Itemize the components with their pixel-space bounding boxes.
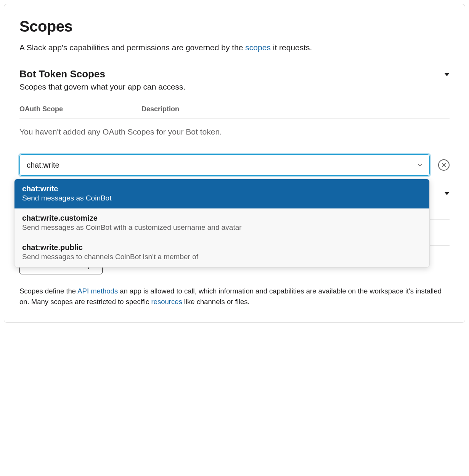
scope-option[interactable]: chat:writeSend messages as CoinBot xyxy=(14,179,429,208)
intro-prefix: A Slack app's capabilities and permissio… xyxy=(19,43,245,52)
scope-option-name: chat:write xyxy=(22,184,422,193)
footer-suffix: like channels or files. xyxy=(182,298,250,306)
resources-link[interactable]: resources xyxy=(151,298,182,306)
intro-suffix: it requests. xyxy=(271,43,312,52)
bot-empty-message: You haven't added any OAuth Scopes for y… xyxy=(19,127,450,145)
api-methods-link[interactable]: API methods xyxy=(77,287,118,295)
scope-option-name: chat:write.public xyxy=(22,243,422,252)
scope-combobox[interactable] xyxy=(19,154,430,176)
scope-option[interactable]: chat:write.customizeSend messages as Coi… xyxy=(14,208,429,238)
caret-down-icon[interactable] xyxy=(444,192,450,195)
bot-table-header: OAuth Scope Description xyxy=(19,105,450,119)
page-title: Scopes xyxy=(19,18,450,35)
scopes-panel: Scopes A Slack app's capabilities and pe… xyxy=(4,4,465,323)
scope-option-description: Send messages as CoinBot with a customiz… xyxy=(22,223,422,232)
footer-text: Scopes define the API methods an app is … xyxy=(19,286,450,307)
scope-option-description: Send messages to channels CoinBot isn't … xyxy=(22,253,422,261)
col-oauth-scope: OAuth Scope xyxy=(19,105,141,113)
bot-token-scopes-title: Bot Token Scopes xyxy=(19,68,185,80)
intro-text: A Slack app's capabilities and permissio… xyxy=(19,42,450,53)
bot-token-scopes-subtitle: Scopes that govern what your app can acc… xyxy=(19,82,185,91)
scope-combobox-wrapper: chat:writeSend messages as CoinBotchat:w… xyxy=(19,154,450,176)
footer-prefix: Scopes define the xyxy=(19,287,77,295)
col-description: Description xyxy=(141,105,179,113)
scope-option[interactable]: chat:write.publicSend messages to channe… xyxy=(14,238,429,267)
scopes-link[interactable]: scopes xyxy=(245,43,271,52)
clear-scope-button[interactable] xyxy=(438,159,450,171)
caret-down-icon[interactable] xyxy=(444,73,450,76)
bot-section-header: Bot Token Scopes Scopes that govern what… xyxy=(19,68,450,105)
scope-dropdown: chat:writeSend messages as CoinBotchat:w… xyxy=(14,179,430,268)
scope-option-name: chat:write.customize xyxy=(22,214,422,223)
scope-search-input[interactable] xyxy=(19,154,430,176)
scope-option-description: Send messages as CoinBot xyxy=(22,194,422,202)
